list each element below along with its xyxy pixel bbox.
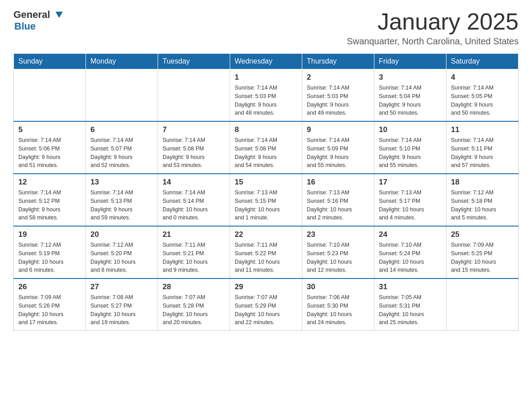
calendar-cell: 26Sunrise: 7:09 AMSunset: 5:26 PMDayligh… bbox=[14, 278, 86, 331]
day-info: Sunrise: 7:07 AMSunset: 5:29 PMDaylight:… bbox=[235, 293, 297, 327]
day-number: 26 bbox=[18, 283, 81, 291]
calendar-title: January 2025 bbox=[347, 9, 519, 34]
calendar-cell: 12Sunrise: 7:14 AMSunset: 5:12 PMDayligh… bbox=[14, 174, 86, 226]
day-number: 23 bbox=[307, 230, 369, 239]
day-info: Sunrise: 7:14 AMSunset: 5:08 PMDaylight:… bbox=[235, 136, 297, 170]
calendar-cell bbox=[14, 69, 86, 122]
day-info: Sunrise: 7:10 AMSunset: 5:23 PMDaylight:… bbox=[307, 241, 369, 274]
day-number: 19 bbox=[18, 230, 81, 239]
day-number: 27 bbox=[90, 283, 153, 291]
calendar-cell: 14Sunrise: 7:14 AMSunset: 5:14 PMDayligh… bbox=[158, 174, 230, 226]
calendar-week-row: 5Sunrise: 7:14 AMSunset: 5:06 PMDaylight… bbox=[14, 121, 519, 174]
day-number: 9 bbox=[307, 125, 369, 134]
calendar-cell bbox=[158, 69, 230, 122]
day-number: 12 bbox=[18, 178, 81, 187]
calendar-week-row: 1Sunrise: 7:14 AMSunset: 5:03 PMDaylight… bbox=[14, 69, 519, 122]
day-number: 5 bbox=[18, 125, 81, 134]
logo-triangle-icon bbox=[56, 12, 63, 18]
day-info: Sunrise: 7:12 AMSunset: 5:20 PMDaylight:… bbox=[90, 241, 153, 274]
day-info: Sunrise: 7:14 AMSunset: 5:12 PMDaylight:… bbox=[18, 188, 81, 222]
day-number: 30 bbox=[307, 283, 369, 291]
day-info: Sunrise: 7:05 AMSunset: 5:31 PMDaylight:… bbox=[379, 293, 442, 327]
calendar-cell: 8Sunrise: 7:14 AMSunset: 5:08 PMDaylight… bbox=[230, 121, 302, 174]
day-info: Sunrise: 7:08 AMSunset: 5:27 PMDaylight:… bbox=[90, 293, 153, 327]
day-number: 11 bbox=[451, 125, 514, 134]
day-info: Sunrise: 7:14 AMSunset: 5:03 PMDaylight:… bbox=[235, 84, 297, 117]
day-number: 8 bbox=[235, 125, 297, 134]
calendar-cell: 7Sunrise: 7:14 AMSunset: 5:08 PMDaylight… bbox=[158, 121, 230, 174]
day-number: 24 bbox=[379, 230, 442, 239]
day-number: 15 bbox=[235, 178, 297, 187]
calendar-cell: 3Sunrise: 7:14 AMSunset: 5:04 PMDaylight… bbox=[374, 69, 446, 122]
calendar-cell: 19Sunrise: 7:12 AMSunset: 5:19 PMDayligh… bbox=[14, 226, 86, 278]
day-number: 16 bbox=[307, 178, 369, 187]
day-info: Sunrise: 7:07 AMSunset: 5:28 PMDaylight:… bbox=[163, 293, 225, 327]
day-info: Sunrise: 7:14 AMSunset: 5:11 PMDaylight:… bbox=[451, 136, 514, 170]
day-number: 29 bbox=[235, 283, 297, 291]
calendar-header-saturday: Saturday bbox=[446, 54, 519, 69]
calendar-cell: 20Sunrise: 7:12 AMSunset: 5:20 PMDayligh… bbox=[86, 226, 158, 278]
day-info: Sunrise: 7:09 AMSunset: 5:25 PMDaylight:… bbox=[451, 241, 514, 274]
calendar-week-row: 12Sunrise: 7:14 AMSunset: 5:12 PMDayligh… bbox=[14, 174, 519, 226]
calendar-cell: 31Sunrise: 7:05 AMSunset: 5:31 PMDayligh… bbox=[374, 278, 446, 331]
day-info: Sunrise: 7:14 AMSunset: 5:13 PMDaylight:… bbox=[90, 188, 153, 222]
day-info: Sunrise: 7:13 AMSunset: 5:16 PMDaylight:… bbox=[307, 188, 369, 222]
day-info: Sunrise: 7:14 AMSunset: 5:05 PMDaylight:… bbox=[451, 84, 514, 117]
day-number: 14 bbox=[163, 178, 225, 187]
day-info: Sunrise: 7:12 AMSunset: 5:19 PMDaylight:… bbox=[18, 241, 81, 274]
day-number: 13 bbox=[90, 178, 153, 187]
day-number: 18 bbox=[451, 178, 514, 187]
calendar-cell: 22Sunrise: 7:11 AMSunset: 5:22 PMDayligh… bbox=[230, 226, 302, 278]
day-info: Sunrise: 7:14 AMSunset: 5:08 PMDaylight:… bbox=[163, 136, 225, 170]
calendar-subtitle: Swanquarter, North Carolina, United Stat… bbox=[347, 36, 519, 47]
day-number: 10 bbox=[379, 125, 442, 134]
calendar-cell: 6Sunrise: 7:14 AMSunset: 5:07 PMDaylight… bbox=[86, 121, 158, 174]
calendar-header-tuesday: Tuesday bbox=[158, 54, 230, 69]
day-info: Sunrise: 7:12 AMSunset: 5:18 PMDaylight:… bbox=[451, 188, 514, 222]
calendar-header-sunday: Sunday bbox=[14, 54, 86, 69]
calendar-cell: 28Sunrise: 7:07 AMSunset: 5:28 PMDayligh… bbox=[158, 278, 230, 331]
day-info: Sunrise: 7:06 AMSunset: 5:30 PMDaylight:… bbox=[307, 293, 369, 327]
calendar-cell: 5Sunrise: 7:14 AMSunset: 5:06 PMDaylight… bbox=[14, 121, 86, 174]
day-info: Sunrise: 7:13 AMSunset: 5:15 PMDaylight:… bbox=[235, 188, 297, 222]
day-info: Sunrise: 7:14 AMSunset: 5:06 PMDaylight:… bbox=[18, 136, 81, 170]
calendar-header-friday: Friday bbox=[374, 54, 446, 69]
calendar-header-row: SundayMondayTuesdayWednesdayThursdayFrid… bbox=[14, 54, 519, 69]
day-info: Sunrise: 7:14 AMSunset: 5:10 PMDaylight:… bbox=[379, 136, 442, 170]
day-info: Sunrise: 7:14 AMSunset: 5:07 PMDaylight:… bbox=[90, 136, 153, 170]
calendar-cell: 4Sunrise: 7:14 AMSunset: 5:05 PMDaylight… bbox=[446, 69, 519, 122]
day-number: 28 bbox=[163, 283, 225, 291]
day-info: Sunrise: 7:14 AMSunset: 5:03 PMDaylight:… bbox=[307, 84, 369, 117]
calendar-cell bbox=[86, 69, 158, 122]
calendar-cell: 1Sunrise: 7:14 AMSunset: 5:03 PMDaylight… bbox=[230, 69, 302, 122]
day-info: Sunrise: 7:13 AMSunset: 5:17 PMDaylight:… bbox=[379, 188, 442, 222]
svg-marker-0 bbox=[56, 12, 63, 18]
calendar-week-row: 26Sunrise: 7:09 AMSunset: 5:26 PMDayligh… bbox=[14, 278, 519, 331]
calendar-cell: 11Sunrise: 7:14 AMSunset: 5:11 PMDayligh… bbox=[446, 121, 519, 174]
calendar-header-monday: Monday bbox=[86, 54, 158, 69]
day-number: 20 bbox=[90, 230, 153, 239]
day-number: 22 bbox=[235, 230, 297, 239]
day-info: Sunrise: 7:14 AMSunset: 5:14 PMDaylight:… bbox=[163, 188, 225, 222]
calendar-cell: 24Sunrise: 7:10 AMSunset: 5:24 PMDayligh… bbox=[374, 226, 446, 278]
calendar-cell: 13Sunrise: 7:14 AMSunset: 5:13 PMDayligh… bbox=[86, 174, 158, 226]
calendar-cell: 23Sunrise: 7:10 AMSunset: 5:23 PMDayligh… bbox=[302, 226, 374, 278]
calendar-cell: 15Sunrise: 7:13 AMSunset: 5:15 PMDayligh… bbox=[230, 174, 302, 226]
day-number: 17 bbox=[379, 178, 442, 187]
calendar-header-wednesday: Wednesday bbox=[230, 54, 302, 69]
day-number: 1 bbox=[235, 73, 297, 82]
calendar-cell: 25Sunrise: 7:09 AMSunset: 5:25 PMDayligh… bbox=[446, 226, 519, 278]
day-number: 25 bbox=[451, 230, 514, 239]
calendar-cell: 2Sunrise: 7:14 AMSunset: 5:03 PMDaylight… bbox=[302, 69, 374, 122]
calendar-header-thursday: Thursday bbox=[302, 54, 374, 69]
calendar-week-row: 19Sunrise: 7:12 AMSunset: 5:19 PMDayligh… bbox=[14, 226, 519, 278]
calendar-cell: 29Sunrise: 7:07 AMSunset: 5:29 PMDayligh… bbox=[230, 278, 302, 331]
day-number: 31 bbox=[379, 283, 442, 291]
logo-blue-text: Blue bbox=[14, 21, 36, 32]
day-number: 4 bbox=[451, 73, 514, 82]
calendar-cell: 21Sunrise: 7:11 AMSunset: 5:21 PMDayligh… bbox=[158, 226, 230, 278]
day-info: Sunrise: 7:14 AMSunset: 5:09 PMDaylight:… bbox=[307, 136, 369, 170]
calendar-cell bbox=[446, 278, 519, 331]
day-info: Sunrise: 7:09 AMSunset: 5:26 PMDaylight:… bbox=[18, 293, 81, 327]
calendar-cell: 10Sunrise: 7:14 AMSunset: 5:10 PMDayligh… bbox=[374, 121, 446, 174]
